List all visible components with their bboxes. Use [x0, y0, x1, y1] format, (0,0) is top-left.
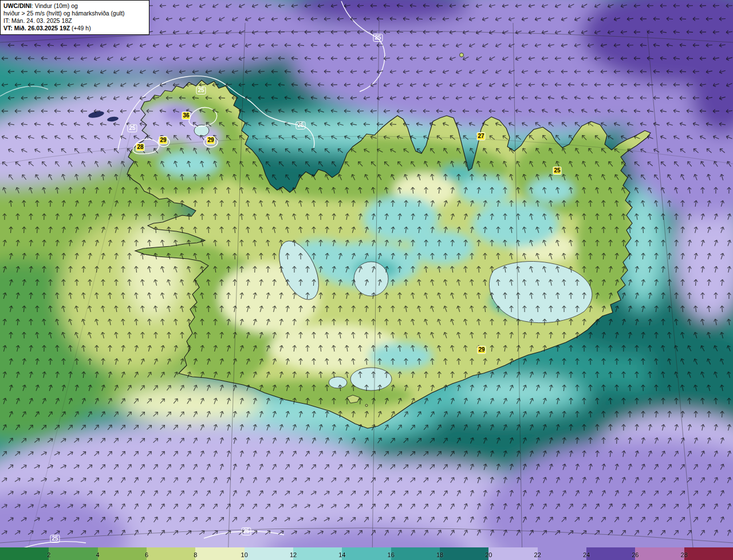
colorbar-tick-label: 4	[96, 551, 100, 558]
myrdalsjokull-glacier	[350, 368, 392, 391]
colorbar-tick-label: 26	[632, 551, 639, 558]
colorbar-tick-label: 2	[47, 551, 50, 558]
valid-time-offset: (+49 h)	[70, 25, 90, 31]
colorbar-tick-label: 12	[290, 551, 297, 558]
colorbar-segment	[684, 547, 733, 560]
colorbar-segment	[440, 547, 489, 560]
colorbar-tick-label: 20	[485, 551, 492, 558]
colorbar-segment	[49, 547, 98, 560]
legend-line-1: UWC/DINI: Vindur (10m) og	[3, 2, 145, 10]
wind-speed-colorbar: 246810121416182022242628	[0, 547, 733, 560]
colorbar-tick-label: 10	[241, 551, 248, 558]
colorbar-segment	[635, 547, 684, 560]
colorbar-segment	[245, 547, 294, 560]
colorbar-segment	[586, 547, 636, 560]
colorbar-segment	[391, 547, 440, 560]
colorbar-segment	[0, 547, 49, 560]
colorbar-tick-label: 18	[436, 551, 443, 558]
colorbar-segment	[147, 547, 196, 560]
colorbar-segment	[195, 547, 245, 560]
eyjafjallajokull-glacier	[329, 377, 347, 388]
legend-init-time: IT: Mán. 24. 03. 2025 18Z	[3, 17, 145, 25]
colorbar-segment	[538, 547, 587, 560]
hofsjokull-glacier	[354, 262, 388, 296]
wind-map	[0, 0, 733, 560]
colorbar-segment	[488, 547, 538, 560]
legend-line-1-text: : Vindur (10m) og	[31, 2, 78, 9]
colorbar-tick-label: 14	[338, 551, 345, 558]
colorbar-tick-label: 16	[388, 551, 395, 558]
colorbar-tick-label: 28	[681, 551, 688, 558]
colorbar-segment	[98, 547, 147, 560]
colorbar-tick-label: 22	[534, 551, 541, 558]
colorbar-tick-label: 8	[194, 551, 197, 558]
colorbar-tick-label: 6	[145, 551, 148, 558]
colorbar-tick-label: 24	[583, 551, 590, 558]
wind-forecast-map-page: 25252525252536292829272529 UWC/DINI: Vin…	[0, 0, 733, 560]
legend-line-2: hviður > 25 m/s (hvítt) og hámarkshviða …	[3, 10, 145, 17]
colorbar-segment	[293, 547, 342, 560]
valid-time-bold: VT: Mið. 26.03.2025 19Z	[3, 25, 70, 31]
model-name: UWC/DINI	[3, 2, 31, 9]
legend-valid-time: VT: Mið. 26.03.2025 19Z (+49 h)	[3, 25, 145, 32]
grimsey-island	[460, 53, 464, 57]
map-info-legend: UWC/DINI: Vindur (10m) og hviður > 25 m/…	[0, 0, 149, 35]
colorbar-segment	[342, 547, 391, 560]
small-island	[365, 404, 368, 407]
